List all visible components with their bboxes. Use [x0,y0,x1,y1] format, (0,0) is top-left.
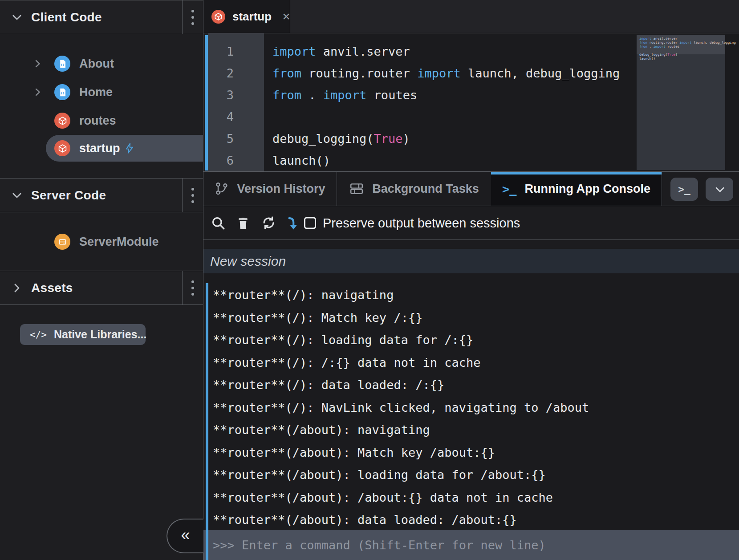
server-code-menu-button[interactable] [182,179,203,212]
search-icon[interactable] [210,215,227,231]
session-divider: New session [203,249,739,273]
sidebar-item-servermodule[interactable]: ServerModule [0,228,203,255]
minimap-viewport: import anvil.server from routing.router … [637,35,725,54]
console-line: **router**(/): /:{} data not in cache [213,352,739,374]
code-line: 1 import anvil.server [208,41,637,62]
console-line: **router**(/about): navigating [213,419,739,442]
sidebar-item-label: startup [79,142,120,155]
preserve-output-checkbox[interactable] [304,217,316,229]
code-line: 4 [208,106,637,128]
line-number: 4 [208,110,252,124]
scroll-to-bottom-icon[interactable] [284,215,301,231]
editor-tab-bar: startup × [203,0,739,33]
bottom-panel: Version History Background Tasks >_ Runn… [203,171,739,560]
code-line: 6 launch() [208,150,637,171]
sidebar-item-label: Home [79,85,113,99]
preserve-output-label: Preserve output between sessions [323,215,520,230]
section-title: Assets [31,281,73,295]
module-icon [211,10,225,24]
code-line: 3 from . import routes [208,84,637,106]
console-line: **router**(/about): Match key /about:{} [213,442,739,464]
code-brackets-icon: </> [30,329,47,340]
assets-menu-button[interactable] [182,271,203,304]
chevron-right-icon [11,282,23,294]
terminal-prompt-icon: >_ [678,183,690,195]
console-accent-bar [206,283,208,560]
code-lines: 1 import anvil.server 2 from routing.rou… [208,41,637,171]
console-line: **router**(/): loading data for /:{} [213,329,739,352]
line-number: 1 [208,45,252,58]
background-tasks-icon [349,181,364,196]
line-number: 2 [208,66,252,80]
code-line: 2 from routing.router import launch, deb… [208,62,637,84]
assets-section-header[interactable]: Assets [0,271,203,305]
code-editor[interactable]: 1 import anvil.server 2 from routing.rou… [203,33,739,171]
panel-tab-label: Version History [237,182,325,196]
close-tab-icon[interactable]: × [282,10,290,23]
client-code-menu-button[interactable] [182,0,203,34]
line-number: 5 [208,132,252,146]
line-number: 3 [208,88,252,102]
console-line: **router**(/): Match key /:{} [213,307,739,329]
chevron-right-icon[interactable] [32,87,43,97]
tab-running-app-console[interactable]: >_ Running App Console [491,172,662,206]
double-chevron-left-icon: « [181,527,190,543]
chevron-right-icon[interactable] [32,58,43,69]
command-input-placeholder: >>> Enter a command (Shift-Enter for new… [213,538,546,552]
form-icon [54,84,70,100]
tab-label: startup [232,10,272,24]
console-line: **router**(/about): loading data for /ab… [213,464,739,487]
panel-tab-bar: Version History Background Tasks >_ Runn… [203,172,739,206]
editor-scrollbar-track[interactable] [725,33,739,171]
sidebar-item-label: routes [79,114,116,128]
active-tab-indicator [491,172,662,174]
app-browser-sidebar: Client Code About Home [0,0,203,560]
editor-minimap[interactable]: import anvil.server from routing.router … [637,35,725,170]
form-icon [54,56,70,72]
tab-version-history[interactable]: Version History [203,172,337,206]
panel-tab-label: Background Tasks [372,182,479,196]
server-code-section-header[interactable]: Server Code [0,178,203,212]
chevron-down-icon [11,189,23,202]
trash-icon[interactable] [235,215,252,231]
console-line: **router**(/): NavLink clicked, navigati… [213,397,739,419]
console-line: **router**(/about): /about:{} data not i… [213,487,739,509]
startup-lightning-icon [124,142,135,154]
sidebar-item-routes[interactable]: routes [0,107,203,134]
console-line: **router**(/about): data loaded: /about:… [213,509,739,530]
sidebar-item-label: About [79,57,114,71]
tab-background-tasks[interactable]: Background Tasks [337,172,491,206]
console-toolbar: Preserve output between sessions [203,206,739,240]
tab-startup[interactable]: startup × [203,0,290,33]
sidebar-item-startup[interactable]: startup [0,134,203,162]
open-terminal-button[interactable]: >_ [670,178,698,201]
chevron-down-icon [713,183,726,195]
console-command-input[interactable]: >>> Enter a command (Shift-Enter for new… [203,530,739,560]
session-label: New session [210,254,286,269]
client-code-section-header[interactable]: Client Code [0,0,203,34]
collapse-console-button[interactable] [706,178,733,201]
anvil-ide: Client Code About Home [0,0,739,560]
refresh-icon[interactable] [260,215,277,231]
module-icon [54,113,70,129]
module-icon [54,140,70,156]
terminal-prompt-icon: >_ [502,182,517,196]
section-title: Client Code [31,10,102,24]
line-number: 6 [208,154,252,167]
native-libraries-button[interactable]: </> Native Libraries... [20,324,146,345]
sidebar-item-home[interactable]: Home [0,79,203,106]
console-line: **router**(/): navigating [213,284,739,307]
panel-tab-label: Running App Console [525,182,650,196]
native-libraries-label: Native Libraries... [54,328,146,341]
server-module-icon [54,234,70,250]
section-title: Server Code [31,188,106,203]
git-branch-icon [215,182,229,196]
sidebar-item-about[interactable]: About [0,50,203,77]
chevron-down-icon [11,11,23,24]
collapse-panel-button[interactable]: « [166,519,203,553]
code-line: 5 debug_logging(True) [208,128,637,150]
console-line: **router**(/): data loaded: /:{} [213,374,739,397]
sidebar-item-label: ServerModule [79,235,159,249]
console-output[interactable]: **router**(/): navigating **router**(/):… [203,273,739,530]
